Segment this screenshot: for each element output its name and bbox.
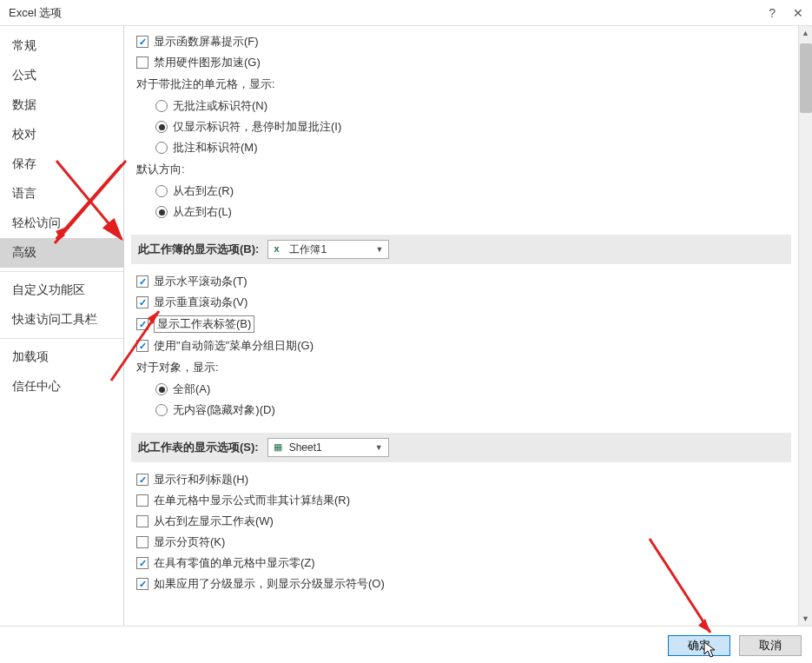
dropdown-value: Sheet1 <box>289 441 370 454</box>
option-row: 全部(A) <box>131 379 791 400</box>
option-label: 显示分页符(K) <box>154 534 225 550</box>
section-title: 此工作簿的显示选项(B): <box>138 242 259 257</box>
option-row: 在单元格中显示公式而非其计算结果(R) <box>131 490 791 511</box>
section-header-workbook: 此工作簿的显示选项(B): x 工作簿1 ▼ <box>131 235 791 264</box>
option-row: 从右到左(R) <box>131 181 791 202</box>
checkbox-show-sheet-tabs[interactable] <box>136 318 149 330</box>
option-row: 从左到右(L) <box>131 202 791 222</box>
option-row: 显示行和列标题(H) <box>131 469 791 490</box>
option-label: 批注和标识符(M) <box>173 140 258 156</box>
option-row: 如果应用了分级显示，则显示分级显示符号(O) <box>131 573 791 594</box>
titlebar: Excel 选项 ? ✕ <box>0 0 812 26</box>
option-label: 显示函数屏幕提示(F) <box>154 34 259 50</box>
main-area: 常规 公式 数据 校对 保存 语言 轻松访问 高级 自定义功能区 快速访问工具栏… <box>0 26 812 626</box>
option-row: 在具有零值的单元格中显示零(Z) <box>131 553 791 573</box>
dropdown-worksheet[interactable]: ▦ Sheet1 ▼ <box>267 438 389 457</box>
checkbox-show-vscroll[interactable] <box>136 296 149 308</box>
dropdown-workbook[interactable]: x 工作簿1 ▼ <box>267 240 389 259</box>
option-row: 从右到左显示工作表(W) <box>131 511 791 532</box>
option-label: 从右到左显示工作表(W) <box>154 514 274 529</box>
option-label: 显示垂直滚动条(V) <box>154 295 248 310</box>
option-row: 使用"自动筛选"菜单分组日期(G) <box>131 335 791 356</box>
window-title: Excel 选项 <box>9 5 62 21</box>
option-label: 从右到左(R) <box>173 183 234 199</box>
radio-obj-none[interactable] <box>155 404 168 416</box>
radio-comment-none[interactable] <box>155 100 168 112</box>
sidebar-item-proofing[interactable]: 校对 <box>0 120 123 149</box>
sidebar-item-accessibility[interactable]: 轻松访问 <box>0 209 123 238</box>
checkbox-show-rtl-sheet[interactable] <box>136 515 149 527</box>
option-row: 显示工作表标签(B) <box>131 313 791 335</box>
option-label: 如果应用了分级显示，则显示分级显示符号(O) <box>154 576 385 592</box>
sidebar-item-trust[interactable]: 信任中心 <box>0 372 123 401</box>
option-label: 无内容(隐藏对象)(D) <box>173 402 275 418</box>
option-row: 无批注或标识符(N) <box>131 96 791 116</box>
checkbox-autofilter-group[interactable] <box>136 340 149 352</box>
section-header-worksheet: 此工作表的显示选项(S): ▦ Sheet1 ▼ <box>131 433 791 462</box>
scroll-up-icon[interactable]: ▲ <box>799 26 813 40</box>
option-row: 显示水平滚动条(T) <box>131 271 791 292</box>
excel-icon: x <box>274 243 286 255</box>
sheet-icon: ▦ <box>274 441 286 454</box>
sidebar-item-general[interactable]: 常规 <box>0 31 123 61</box>
option-row: 仅显示标识符，悬停时加显批注(I) <box>131 116 791 137</box>
option-label: 从左到右(L) <box>173 204 232 220</box>
ok-button[interactable]: 确定 <box>668 635 730 656</box>
window-controls: ? ✕ <box>769 6 803 20</box>
option-row: 显示分页符(K) <box>131 532 791 553</box>
group-label-comments: 对于带批注的单元格，显示: <box>131 73 791 96</box>
sidebar-item-language[interactable]: 语言 <box>0 179 123 209</box>
sidebar: 常规 公式 数据 校对 保存 语言 轻松访问 高级 自定义功能区 快速访问工具栏… <box>0 26 124 626</box>
option-label: 在具有零值的单元格中显示零(Z) <box>154 555 315 571</box>
option-row: 无内容(隐藏对象)(D) <box>131 400 791 421</box>
content-wrap: 显示函数屏幕提示(F) 禁用硬件图形加速(G) 对于带批注的单元格，显示: 无批… <box>124 26 812 626</box>
scrollbar-thumb[interactable] <box>800 43 812 113</box>
content-panel: 显示函数屏幕提示(F) 禁用硬件图形加速(G) 对于带批注的单元格，显示: 无批… <box>124 26 812 626</box>
sidebar-item-advanced[interactable]: 高级 <box>0 238 123 268</box>
option-label: 显示工作表标签(B) <box>154 315 254 333</box>
option-label: 在单元格中显示公式而非其计算结果(R) <box>154 493 350 508</box>
sidebar-separator <box>0 338 123 339</box>
checkbox-show-headers[interactable] <box>136 474 149 486</box>
sidebar-item-qat[interactable]: 快速访问工具栏 <box>0 305 123 335</box>
scroll-down-icon[interactable]: ▼ <box>799 612 813 626</box>
option-row: 批注和标识符(M) <box>131 137 791 158</box>
checkbox-show-page-breaks[interactable] <box>136 536 149 548</box>
checkbox-show-hscroll[interactable] <box>136 275 149 288</box>
radio-comment-indicator[interactable] <box>155 121 168 133</box>
option-label: 全部(A) <box>173 381 210 397</box>
section-title: 此工作表的显示选项(S): <box>138 440 259 455</box>
dropdown-value: 工作簿1 <box>289 242 370 257</box>
sidebar-item-formulas[interactable]: 公式 <box>0 61 123 90</box>
checkbox-show-outline[interactable] <box>136 578 149 590</box>
sidebar-item-save[interactable]: 保存 <box>0 149 123 179</box>
close-icon[interactable]: ✕ <box>793 6 803 20</box>
group-label-direction: 默认方向: <box>131 158 791 181</box>
option-label: 仅显示标识符，悬停时加显批注(I) <box>173 119 341 135</box>
option-label: 禁用硬件图形加速(G) <box>154 55 261 70</box>
chevron-down-icon: ▼ <box>375 245 383 254</box>
option-label: 显示行和列标题(H) <box>154 472 248 487</box>
radio-obj-all[interactable] <box>155 383 168 395</box>
radio-dir-ltr[interactable] <box>155 206 168 218</box>
group-label-objects: 对于对象，显示: <box>131 356 791 379</box>
dialog-footer: 确定 取消 <box>0 626 812 663</box>
checkbox-show-zeros[interactable] <box>136 557 149 569</box>
sidebar-item-addins[interactable]: 加载项 <box>0 342 123 372</box>
sidebar-item-customize-ribbon[interactable]: 自定义功能区 <box>0 275 123 305</box>
option-row: 禁用硬件图形加速(G) <box>131 52 791 73</box>
vertical-scrollbar[interactable]: ▲ ▼ <box>798 26 812 626</box>
sidebar-separator <box>0 271 123 272</box>
radio-dir-rtl[interactable] <box>155 185 168 197</box>
sidebar-item-data[interactable]: 数据 <box>0 90 123 120</box>
option-row: 显示垂直滚动条(V) <box>131 292 791 313</box>
checkbox-disable-hw-accel[interactable] <box>136 56 149 69</box>
help-icon[interactable]: ? <box>769 6 776 20</box>
checkbox-show-func-tips[interactable] <box>136 36 149 48</box>
chevron-down-icon: ▼ <box>375 443 383 452</box>
checkbox-show-formulas[interactable] <box>136 494 149 507</box>
radio-comment-both[interactable] <box>155 142 168 154</box>
cancel-button[interactable]: 取消 <box>739 635 802 656</box>
option-label: 显示水平滚动条(T) <box>154 274 248 289</box>
option-row: 显示函数屏幕提示(F) <box>131 31 791 52</box>
